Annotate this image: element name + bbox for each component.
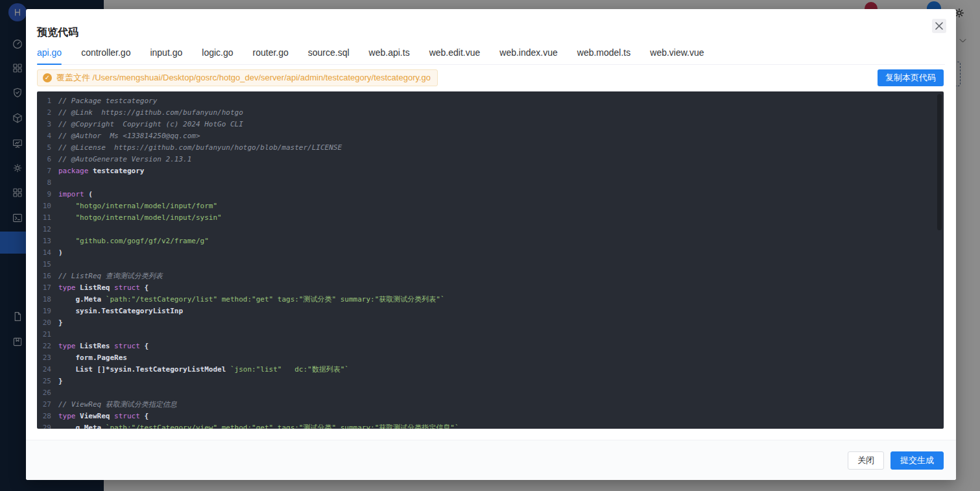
overwrite-file-notice: ✓ 覆盖文件 /Users/mengshuai/Desktop/gosrc/ho… bbox=[37, 69, 438, 86]
code-line: 10 "hotgo/internal/model/input/form" bbox=[37, 200, 944, 212]
code-line: 11 "hotgo/internal/model/input/sysin" bbox=[37, 212, 944, 224]
code-line: 25} bbox=[37, 376, 944, 387]
code-line: 23 form.PageRes bbox=[37, 352, 944, 364]
tab-web.edit.vue[interactable]: web.edit.vue bbox=[429, 45, 481, 65]
code-line: 19 sysin.TestCategoryListInp bbox=[37, 305, 944, 317]
modal-header: 预览代码 bbox=[26, 9, 956, 45]
preview-code-modal: 预览代码 api.gocontroller.goinput.gologic.go… bbox=[26, 9, 956, 480]
code-line: 1// Package testcategory bbox=[37, 95, 944, 107]
submit-generate-button[interactable]: 提交生成 bbox=[890, 451, 944, 470]
tab-router.go[interactable]: router.go bbox=[253, 45, 289, 65]
code-line: 4// @Author Ms <133814250@qq.com> bbox=[37, 130, 944, 142]
close-button[interactable]: 关闭 bbox=[848, 451, 884, 470]
screen: 预览代码 api.gocontroller.goinput.gologic.go… bbox=[0, 0, 980, 491]
code-line: 5// @License https://github.com/bufanyun… bbox=[37, 142, 944, 154]
toolbar: ✓ 覆盖文件 /Users/mengshuai/Desktop/gosrc/ho… bbox=[37, 69, 944, 86]
code-line: 12 bbox=[37, 224, 944, 235]
close-icon[interactable] bbox=[932, 19, 946, 33]
code-line: 13 "github.com/gogf/gf/v2/frame/g" bbox=[37, 235, 944, 247]
code-line: 18 g.Meta `path:"/testCategory/list" met… bbox=[37, 294, 944, 305]
code-line: 8 bbox=[37, 177, 944, 189]
code-line: 16// ListReq 查询测试分类列表 bbox=[37, 270, 944, 282]
code-line: 17type ListReq struct { bbox=[37, 282, 944, 294]
overwrite-file-path: 覆盖文件 /Users/mengshuai/Desktop/gosrc/hotg… bbox=[56, 72, 431, 84]
code-line: 24 List []*sysin.TestCategoryListModel `… bbox=[37, 364, 944, 376]
code-line: 27// ViewReq 获取测试分类指定信息 bbox=[37, 399, 944, 411]
code-editor[interactable]: 1// Package testcategory2// @Link https:… bbox=[37, 91, 944, 429]
tab-controller.go[interactable]: controller.go bbox=[81, 45, 130, 65]
tab-web.api.ts[interactable]: web.api.ts bbox=[369, 45, 410, 65]
code-line: 20} bbox=[37, 317, 944, 329]
tab-source.sql[interactable]: source.sql bbox=[308, 45, 350, 65]
tab-web.model.ts[interactable]: web.model.ts bbox=[577, 45, 630, 65]
code-line: 22type ListRes struct { bbox=[37, 341, 944, 352]
code-line: 29 g.Meta `path:"/testCategory/view" met… bbox=[37, 422, 944, 429]
code-line: 15 bbox=[37, 259, 944, 270]
modal-footer: 关闭 提交生成 bbox=[26, 440, 956, 480]
code-line: 26 bbox=[37, 387, 944, 399]
tab-api.go[interactable]: api.go bbox=[37, 45, 62, 65]
code-line: 2// @Link https://github.com/bufanyun/ho… bbox=[37, 107, 944, 119]
copy-page-code-button[interactable]: 复制本页代码 bbox=[878, 69, 944, 86]
tab-web.view.vue[interactable]: web.view.vue bbox=[650, 45, 704, 65]
code-line: 3// @Copyright Copyright (c) 2024 HotGo … bbox=[37, 119, 944, 130]
tab-input.go[interactable]: input.go bbox=[150, 45, 182, 65]
file-tabs: api.gocontroller.goinput.gologic.goroute… bbox=[37, 45, 945, 65]
code-line: 21 bbox=[37, 329, 944, 341]
code-line: 6// @AutoGenerate Version 2.13.1 bbox=[37, 154, 944, 165]
tab-web.index.vue[interactable]: web.index.vue bbox=[499, 45, 558, 65]
code-line: 7package testcategory bbox=[37, 165, 944, 177]
code-line: 14) bbox=[37, 247, 944, 259]
code-scrollbar[interactable] bbox=[937, 94, 942, 230]
code-line: 9import ( bbox=[37, 189, 944, 200]
modal-title: 预览代码 bbox=[37, 26, 78, 40]
check-circle-icon: ✓ bbox=[43, 73, 52, 82]
tab-logic.go[interactable]: logic.go bbox=[202, 45, 233, 65]
code-line: 28type ViewReq struct { bbox=[37, 411, 944, 422]
